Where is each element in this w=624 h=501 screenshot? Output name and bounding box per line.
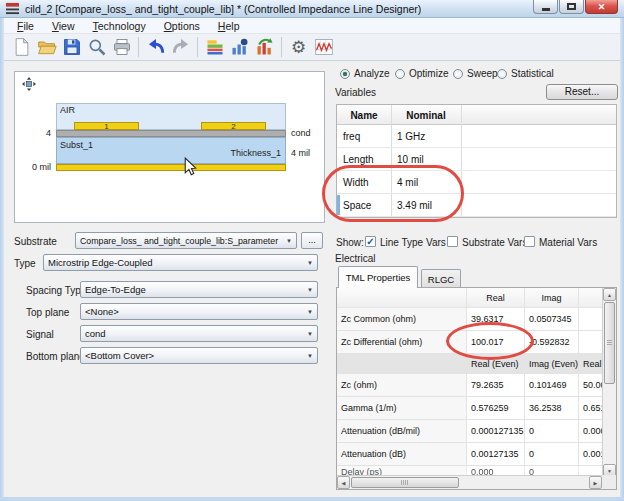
move-handle-icon[interactable] xyxy=(22,77,36,91)
mode-analyze[interactable]: Analyze xyxy=(340,68,390,79)
variables-title: Variables xyxy=(335,87,376,98)
undo-button[interactable] xyxy=(143,35,168,59)
table-row-attenuation-db[interactable]: Attenuation (dB) 0.00127135 0 0.001 xyxy=(337,443,603,466)
minimize-button[interactable] xyxy=(533,0,558,14)
waveform-icon xyxy=(314,37,334,57)
settings-button[interactable]: ⚙ xyxy=(286,35,311,59)
variable-row-length[interactable]: Length 10 mil xyxy=(337,148,616,171)
substrate-browse-button[interactable]: ... xyxy=(301,232,323,249)
spacing-type-select[interactable]: Edge-To-Edge ▼ xyxy=(80,281,318,298)
table-row-gamma[interactable]: Gamma (1/m) 0.576259 36.2538 0.651 xyxy=(337,397,603,420)
top-plane-select[interactable]: <None> ▼ xyxy=(80,303,318,320)
spacing-type-label: Spacing Type xyxy=(26,285,86,296)
menu-help[interactable]: Help xyxy=(209,19,249,33)
menu-view[interactable]: View xyxy=(43,19,84,33)
variable-row-width[interactable]: Width 4 mil xyxy=(337,171,616,194)
bottom-plane-select[interactable]: <Bottom Cover> ▼ xyxy=(80,347,318,364)
bottom-cover-layer[interactable] xyxy=(56,164,286,171)
header-real-odd[interactable]: Real ( xyxy=(579,354,603,373)
waveform-button[interactable] xyxy=(311,35,336,59)
signal-select[interactable]: cond ▼ xyxy=(80,325,318,342)
substrate-stack-button[interactable] xyxy=(202,35,227,59)
toolbar-separator xyxy=(138,37,139,57)
menu-file[interactable]: File xyxy=(8,19,43,33)
scroll-right-button[interactable]: ▶ xyxy=(589,476,602,489)
title-bar[interactable]: cild_2 [Compare_loss_ and_tight_couple_l… xyxy=(0,0,624,18)
maximize-button[interactable] xyxy=(559,0,584,14)
cross-section-panel[interactable]: AIR 1 2 Subst_1 Thickness_1 4 cond 4 mil… xyxy=(14,71,325,223)
radio-selected-icon xyxy=(340,69,350,79)
material-vars-label[interactable]: Material Vars xyxy=(539,237,597,248)
column-header-nominal[interactable]: Nominal xyxy=(391,105,461,125)
spacing-type-value: Edge-To-Edge xyxy=(81,284,303,295)
real-value: 100.017 xyxy=(467,331,525,353)
zoom-button[interactable] xyxy=(84,35,109,59)
printer-icon xyxy=(112,37,132,57)
magnifier-icon xyxy=(87,37,107,57)
conductor-1[interactable]: 1 xyxy=(74,122,139,130)
mode-statistical[interactable]: Statistical xyxy=(497,68,554,79)
variable-row-freq[interactable]: freq 1 GHz xyxy=(337,125,616,148)
header-imag-even[interactable]: Imag (Even) xyxy=(525,354,579,373)
type-select[interactable]: Microstrip Edge-Coupled ▼ xyxy=(43,254,318,271)
print-button[interactable] xyxy=(109,35,134,59)
redo-button[interactable] xyxy=(168,35,193,59)
reset-button[interactable]: Reset... xyxy=(546,84,618,100)
new-button[interactable] xyxy=(9,35,34,59)
imag-value: 0.101469 xyxy=(525,374,579,396)
tab-rlgc[interactable]: RLGC xyxy=(421,269,461,288)
material-vars-checkbox[interactable] xyxy=(524,236,535,247)
variable-row-space[interactable]: Space 3.49 mil xyxy=(337,194,616,217)
window-border-left xyxy=(0,18,4,501)
menu-technology[interactable]: Technology xyxy=(84,19,155,33)
top-plane-label: Top plane xyxy=(26,307,69,318)
header-real[interactable]: Real xyxy=(467,288,525,307)
row-label: Zc (ohm) xyxy=(337,374,467,396)
substrate-vars-label[interactable]: Substrate Vars xyxy=(462,237,527,248)
cond-metal-layer[interactable] xyxy=(56,130,286,137)
menu-options[interactable]: Options xyxy=(155,19,209,33)
table-row-zc[interactable]: Zc (ohm) 79.2635 0.101469 50.00 xyxy=(337,374,603,397)
mouse-cursor xyxy=(184,157,197,177)
tab-tml-properties[interactable]: TML Properties xyxy=(338,266,418,288)
horizontal-scroll-thumb[interactable] xyxy=(351,477,459,488)
toolbar-separator xyxy=(281,37,282,57)
mode-optimize[interactable]: Optimize xyxy=(395,68,448,79)
scroll-up-button[interactable]: ▲ xyxy=(603,288,616,301)
vertical-scrollbar[interactable]: ▲ ▼ xyxy=(602,288,616,478)
header-real-even[interactable]: Real (Even) xyxy=(467,354,525,373)
column-header-name[interactable]: Name xyxy=(337,105,391,125)
mode-sweep[interactable]: Sweep xyxy=(453,68,498,79)
vertical-scroll-thumb[interactable] xyxy=(604,302,615,384)
line-type-vars-label[interactable]: Line Type Vars xyxy=(380,237,446,248)
substrate-vars-checkbox[interactable] xyxy=(447,236,458,247)
header-blank xyxy=(579,288,603,307)
extra-value: 50.00 xyxy=(579,374,603,396)
table-row-zc-common[interactable]: Zc Common (ohm) 39.6317 0.0507345 xyxy=(337,308,603,331)
scroll-left-button[interactable]: ◀ xyxy=(337,476,350,489)
chevron-down-icon: ▼ xyxy=(303,309,317,315)
real-value: 0.000127135 xyxy=(467,420,525,442)
table-row-attenuation-dbmil[interactable]: Attenuation (dB/mil) 0.000127135 0 0.000 xyxy=(337,420,603,443)
analyze-chart-button[interactable] xyxy=(227,35,252,59)
save-button[interactable] xyxy=(59,35,84,59)
window-title: cild_2 [Compare_loss_ and_tight_couple_l… xyxy=(25,3,421,15)
table-row-zc-differential[interactable]: Zc Differential (ohm) 100.017 -0.592832 xyxy=(337,331,603,354)
header-imag[interactable]: Imag xyxy=(525,288,579,307)
open-button[interactable] xyxy=(34,35,59,59)
electrical-title: Electrical xyxy=(335,253,376,264)
close-icon: ✕ xyxy=(598,2,606,12)
top-dim-label: 4 xyxy=(33,128,51,138)
conductor-2[interactable]: 2 xyxy=(201,122,266,130)
header-blank xyxy=(337,354,467,373)
extra-value xyxy=(579,308,603,330)
line-type-vars-checkbox[interactable]: ✓ xyxy=(365,236,376,247)
variables-table[interactable]: Name Nominal freq 1 GHz Length 10 mil Wi… xyxy=(336,104,617,218)
sweep-chart-button[interactable] xyxy=(252,35,277,59)
window-controls: ✕ xyxy=(532,0,618,14)
horizontal-scrollbar[interactable]: ◀ ▶ xyxy=(337,475,603,489)
close-button[interactable]: ✕ xyxy=(585,0,618,14)
chevron-down-icon: ▼ xyxy=(303,260,317,266)
substrate-select[interactable]: Compare_loss_ and_tight_couple_lib:S_par… xyxy=(75,232,297,249)
tml-properties-table[interactable]: Real Imag Zc Common (ohm) 39.6317 0.0507… xyxy=(336,287,617,490)
